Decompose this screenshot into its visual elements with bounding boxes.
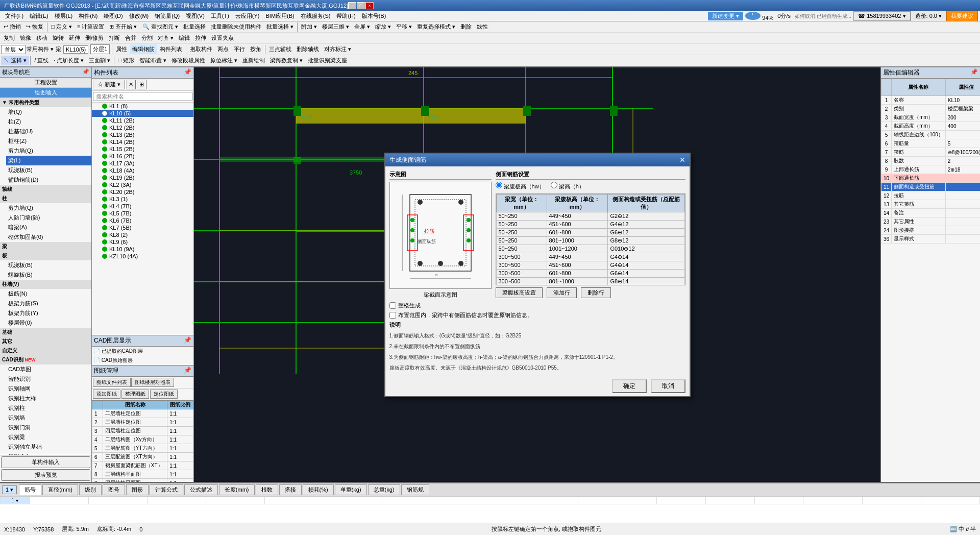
maximize-button[interactable]: □	[357, 2, 365, 9]
calc-setting-btn[interactable]: ≡ 计算设置	[75, 22, 107, 32]
comp-kl9[interactable]: KL9 (6)	[92, 238, 193, 246]
nav-masonry[interactable]: 砌体加固条(0)	[6, 232, 91, 242]
draw-panel-pin[interactable]: 📌	[184, 367, 191, 375]
drawing-row[interactable]: 3四层墙柱定位图1:1	[92, 427, 193, 435]
nav-panel-pin[interactable]: 📌	[82, 68, 89, 76]
inplace-mark-btn[interactable]: 原位标注 ▾	[208, 56, 240, 65]
floor3d-btn[interactable]: 楼层三维 ▾	[320, 22, 352, 32]
nav-slab-str2[interactable]: 板架力筋(Y)	[6, 308, 91, 318]
nav-slab[interactable]: 现浇板(B)	[6, 165, 91, 175]
tab-floor-map[interactable]: 图纸楼层对照表	[131, 378, 174, 387]
tab-overlap[interactable]: 搭接	[279, 484, 302, 495]
modify-prop-btn[interactable]: 修改段段属性	[169, 56, 208, 65]
add-row-btn[interactable]: 添加行	[547, 287, 577, 298]
prop-row[interactable]: 1名称KL10	[881, 96, 981, 105]
stretch-btn[interactable]: 拉伸	[192, 33, 209, 43]
find-btn[interactable]: 🔍 查找图元 ▾	[140, 22, 181, 32]
prop-row[interactable]: 4截面高度（mm）400	[881, 122, 981, 131]
move-btn[interactable]: 移动	[34, 33, 50, 43]
mirror-btn[interactable]: 镜像	[17, 33, 34, 43]
comp-kl15[interactable]: KL15 (2B)	[92, 145, 193, 153]
other-header[interactable]: 其它	[0, 337, 91, 346]
pick-comp-btn[interactable]: 抱取构件	[187, 44, 215, 54]
nav-slab-steel[interactable]: 板筋(N)	[6, 289, 91, 299]
drawing-row[interactable]: 5三层配筋图（YT方向）1:1	[92, 444, 193, 453]
setpoint-btn[interactable]: 设置夹点	[209, 33, 236, 43]
single-comp-btn[interactable]: 单构件输入	[1, 456, 90, 468]
fullscreen-btn[interactable]: 全屏 ▾	[352, 22, 373, 32]
attr-btn[interactable]: 属性	[113, 44, 130, 54]
common-types-header[interactable]: ▼ 常用构件类型	[0, 98, 91, 107]
batch-delete-btn[interactable]: 批量删除未使用构件	[208, 22, 264, 32]
comp-kl6[interactable]: KL6 (7B)	[92, 217, 193, 224]
nav-floor-strip[interactable]: 楼层带(0)	[6, 318, 91, 328]
batch-select2-btn[interactable]: 批量选择 ▾	[264, 22, 296, 32]
menu-cloud[interactable]: 云应用(Y)	[232, 11, 263, 21]
dialog-table-row[interactable]: 50~250451~600G4⊕12	[496, 220, 684, 228]
nav-shear-wall2[interactable]: 剪力墙(Q)	[6, 203, 91, 213]
del-comp-btn[interactable]: ✕	[126, 80, 136, 89]
copy-comp-btn[interactable]: ⊞	[137, 80, 146, 89]
tab-roots[interactable]: 根数	[256, 484, 278, 495]
comp-kl2[interactable]: KL2 (3A)	[92, 181, 193, 188]
checkbox2[interactable]	[389, 312, 396, 319]
comp-kl14[interactable]: KL14 (2B)	[92, 138, 193, 145]
nav-column[interactable]: 柱(Z)	[6, 117, 91, 127]
comp-kl11[interactable]: KL11 (2B)	[92, 117, 193, 124]
comp-kl12[interactable]: KL12 (2B)	[92, 124, 193, 131]
comp-kl5[interactable]: KL5 (7B)	[92, 210, 193, 217]
split-btn[interactable]: 分割	[139, 33, 155, 43]
menu-steel-qty[interactable]: 钢筋量(Q)	[152, 11, 183, 21]
menu-modify[interactable]: 修改(M)	[126, 11, 152, 21]
tab-figure[interactable]: 图形	[126, 484, 149, 495]
prop-row[interactable]: 6箍筋量5	[881, 139, 981, 148]
menu-file[interactable]: 文件(F)	[2, 11, 27, 21]
drawing-row[interactable]: 7裙房屋面梁配筋图（XT）1:1	[92, 461, 193, 470]
locate-drawing-btn[interactable]: 定位图纸	[150, 390, 178, 399]
nav-col-base[interactable]: 柱基础(U)	[6, 127, 91, 136]
dialog-table-row[interactable]: 300~500451~600G4⊕14	[496, 261, 684, 269]
tab-file-list[interactable]: 图纸文件列表	[93, 378, 131, 387]
kl-tag[interactable]: KL10(5)	[63, 45, 88, 54]
board-header[interactable]: 板	[0, 251, 91, 260]
menu-version[interactable]: 版本号(B)	[359, 11, 389, 21]
nav-original-cad[interactable]: 📄 CAD原始图层	[92, 356, 193, 365]
minimize-button[interactable]: －	[348, 2, 356, 9]
tab-loss[interactable]: 损耗(%)	[303, 484, 334, 495]
append-btn[interactable]: 附加 ▾	[299, 22, 320, 32]
checkbox1[interactable]	[389, 302, 396, 309]
dialog-close-btn[interactable]: ✕	[679, 156, 685, 164]
rect-btn[interactable]: □ 矩形	[115, 56, 137, 65]
nav-id-isolated[interactable]: 识别独立基础	[6, 442, 91, 452]
eng-settings-btn[interactable]: 工程设置	[0, 78, 91, 88]
zoom-btn[interactable]: 缩放 ▾	[373, 22, 394, 32]
menu-online[interactable]: 在线服务(S)	[298, 11, 334, 21]
repeat-select-btn[interactable]: 重复选择模式 ▾	[414, 22, 458, 32]
nav-door-wall[interactable]: 人防门墙(防)	[6, 213, 91, 223]
height-setting-btn[interactable]: 梁腹板高设置	[496, 287, 543, 298]
parallel-btn[interactable]: 平行	[231, 44, 248, 54]
nav-extracted-cad[interactable]: 📄 已提取的CAD图层	[92, 347, 193, 356]
line-btn[interactable]: / 直线	[32, 56, 51, 65]
menu-view[interactable]: 视图(V)	[183, 11, 208, 21]
tab-row-1[interactable]: 1 ▾	[2, 485, 17, 494]
cad-canvas[interactable]: 245 90000 4250	[194, 67, 880, 482]
smart-place-btn[interactable]: 智能布置 ▾	[137, 56, 169, 65]
tab-steel[interactable]: 筋号	[19, 484, 41, 495]
menu-bim[interactable]: BIM应用(B)	[263, 11, 298, 21]
prop-row[interactable]: 24图形接搭	[881, 226, 981, 235]
floor-select[interactable]: 首层	[1, 45, 26, 54]
tab-formula-desc[interactable]: 公式描述	[184, 484, 218, 495]
prop-row[interactable]: 7箍筋⊕8@100/200(2)	[881, 148, 981, 157]
break-btn[interactable]: 打断	[106, 33, 122, 43]
point-len-btn[interactable]: · 点加长度 ▾	[51, 56, 86, 65]
tab-figure-no[interactable]: 图号	[103, 484, 125, 495]
pan-btn[interactable]: 平移 ▾	[394, 22, 414, 32]
drawing-row[interactable]: 1二层墙柱定位图1:1	[92, 409, 193, 418]
nav-hidden-beam[interactable]: 暗梁(A)	[6, 223, 91, 232]
nav-beam[interactable]: 梁(L)	[6, 156, 91, 165]
tab-length[interactable]: 长度(mm)	[219, 484, 255, 495]
dialog-cancel-btn[interactable]: 取消	[651, 379, 685, 393]
cad-header[interactable]: CAD识别 NEW	[0, 355, 91, 364]
alignbtn2[interactable]: 对齐 ▾	[155, 33, 176, 43]
